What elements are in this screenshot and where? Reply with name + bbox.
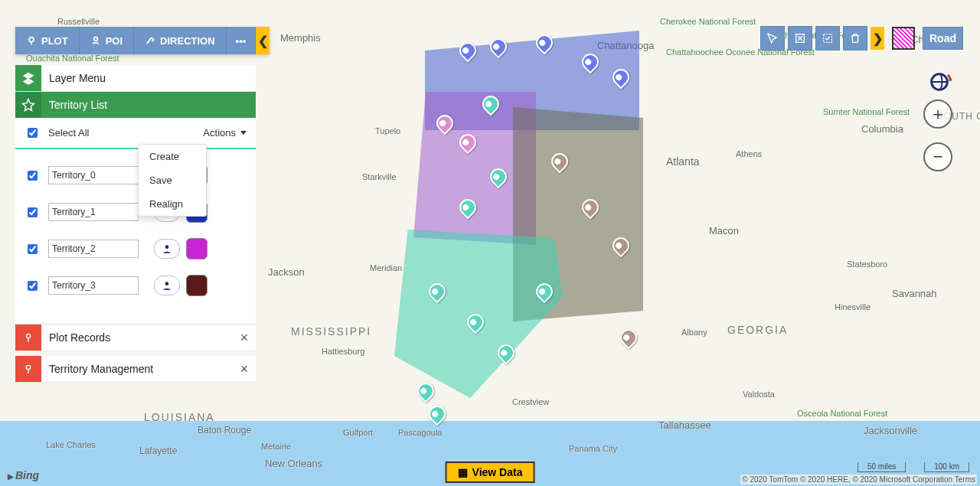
territory-mgmt-header[interactable]: Territory Management × [15,356,256,383]
territory-checkbox[interactable] [28,171,38,181]
view-data-button[interactable]: ▦ View Data [446,462,535,483]
territory-color-swatch[interactable] [186,238,207,259]
close-icon[interactable]: × [233,361,256,377]
svg-rect-9 [824,34,832,43]
territory-name-input[interactable] [48,276,139,295]
action-item-create[interactable]: Create [139,145,206,168]
layer-menu-header[interactable]: Layer Menu [15,65,256,92]
check-select-button[interactable] [815,26,840,51]
select-all-row: Select All Actions Create Save Realign [15,118,256,149]
person-icon [162,243,172,254]
poi-button[interactable]: POI [80,27,134,54]
reset-globe-button[interactable] [926,69,952,95]
plot-button[interactable]: PLOT [15,27,80,54]
expand-right-toolbar[interactable]: ❯ [871,27,884,50]
svg-point-6 [26,334,30,338]
label-hinesville: Hinesville [835,302,871,311]
action-item-save[interactable]: Save [139,168,206,192]
close-icon[interactable]: × [233,330,256,346]
pin-icon [26,35,37,46]
label-valdosta: Valdosta [743,390,775,399]
assign-person-button[interactable] [154,276,180,295]
territory-row [24,238,247,259]
territory-list-title: Territory List [41,99,256,111]
territory-name-input[interactable] [48,166,139,184]
map-attribution: © 2020 TomTom © 2020 HERE, © 2020 Micros… [740,475,977,484]
zoom-controls: ＋ − [923,99,952,185]
action-item-realign[interactable]: Realign [139,192,206,216]
actions-dropdown[interactable]: Actions [203,127,247,139]
select-all-checkbox[interactable] [28,128,38,138]
route-icon [145,35,155,46]
bing-logo: Bing [8,469,39,481]
label-meridian: Meridian [370,263,402,272]
zoom-in-button[interactable]: ＋ [923,99,952,129]
label-albany: Albany [681,328,707,337]
main-toolbar: PLOT POI DIRECTION ••• ❮ [15,27,270,54]
person-icon [162,280,172,291]
label-cherokee: Cherokee National Forest [660,17,714,26]
label-osceola: Osceola National Forest [797,409,851,418]
territory-row [24,165,247,186]
label-athens: Athens [736,149,762,158]
pin-location-icon [15,356,41,382]
svg-point-4 [165,245,169,249]
label-pascagoula: Pascagoula [398,428,443,437]
territory-row [24,275,247,296]
territory-name-input[interactable] [48,203,139,221]
label-atlanta: Atlanta [666,155,700,168]
territory-row [24,201,247,223]
label-metairie: Metairie [261,442,291,451]
layers-icon [15,65,41,91]
territory-panel: Select All Actions Create Save Realign [15,118,256,325]
pointer-select-button[interactable] [760,26,785,51]
territory-checkbox[interactable] [28,244,38,254]
layer-menu-title: Layer Menu [41,72,256,84]
layer-toggle-button[interactable] [892,27,915,50]
territory-checkbox[interactable] [28,207,38,217]
side-panel: Layer Menu Territory List Select All Act… [15,65,256,383]
territory-checkbox[interactable] [28,281,38,291]
collapse-toolbar-button[interactable]: ❮ [256,27,270,54]
label-lafayette: Lafayette [139,445,177,456]
label-memphis: Memphis [280,32,321,44]
territory-list-header[interactable]: Territory List [15,92,256,118]
territory-rows [15,149,256,324]
map-style-button[interactable]: Road [923,27,963,50]
person-pin-icon [90,35,101,46]
svg-point-0 [29,38,34,42]
select-all-label: Select All [48,127,89,139]
right-toolbar: ❯ Road [757,27,963,50]
zoom-out-button[interactable]: − [923,142,952,171]
plot-records-title: Plot Records [41,331,233,344]
label-statesboro: Statesboro [847,259,887,269]
label-mississippi: MISSISSIPPI [291,325,371,338]
label-tallahassee: Tallahassee [658,419,711,431]
label-jacksonville: Jacksonville [864,425,917,436]
label-georgia: GEORGIA [727,324,788,336]
territory-name-input[interactable] [48,240,139,258]
assign-person-button[interactable] [154,239,180,259]
territory-color-swatch[interactable] [186,275,207,296]
box-select-icon [794,32,806,44]
label-lakecharles: Lake Charles [46,440,96,449]
label-chattoconee: Chattahoochee Oconee National Forest [666,47,743,57]
label-batonrouge: Baton Rouge [198,425,251,435]
more-button[interactable]: ••• [227,27,256,54]
box-select-button[interactable] [788,26,812,51]
star-icon [15,92,41,118]
actions-menu: Create Save Realign [138,144,207,217]
svg-point-1 [93,37,97,41]
direction-button[interactable]: DIRECTION [134,27,227,54]
grid-icon: ▦ [458,466,468,478]
label-sumter: Sumter National Forest [823,107,877,116]
label-hattiesburg: Hattiesburg [322,347,364,356]
label-russellville: Russellville [57,17,100,26]
delete-button[interactable] [843,26,867,51]
label-gulfport: Gulfport [343,428,373,437]
label-ouachita: Ouachita National Forest [26,54,80,63]
check-select-icon [822,32,834,44]
plot-records-header[interactable]: Plot Records × [15,325,256,351]
label-crestview: Crestview [512,397,549,406]
pin-location-icon [15,325,41,351]
